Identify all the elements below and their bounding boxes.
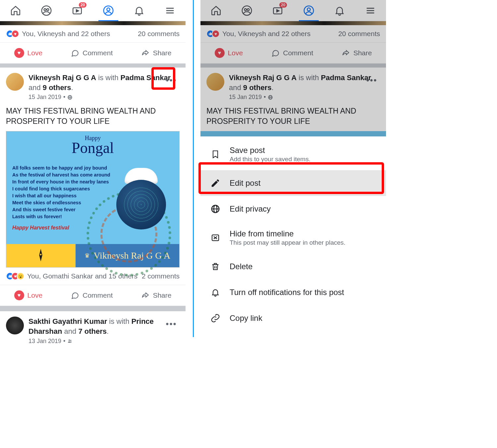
nav-profile[interactable] [93, 0, 124, 21]
svg-point-12 [242, 6, 251, 15]
sheet-hide-sub: This post may still appear in other plac… [230, 239, 346, 246]
post1-image[interactable]: Happy Pongal All folks seem to be happy … [6, 131, 180, 268]
post-gap [0, 306, 186, 311]
comments-count[interactable]: 20 comments [138, 30, 180, 38]
svg-point-13 [245, 9, 247, 11]
comment-label: Comment [83, 49, 113, 57]
watch-badge: 20 [79, 2, 86, 8]
trash-icon [210, 261, 221, 272]
wow-icon: 😮 [17, 272, 25, 280]
share-button[interactable]: Share [141, 49, 171, 57]
nav-watch[interactable]: 20 [62, 0, 93, 21]
pongal-poem: All folks seem to be happy and joy bound… [12, 165, 112, 220]
comments-count[interactable]: 2 comments [142, 272, 180, 280]
home-icon [10, 5, 21, 16]
nav-menu[interactable] [155, 0, 186, 21]
pen-nib-icon [34, 247, 47, 264]
pongal-footer: ♛ Vikneysh Raj G G A [6, 244, 179, 267]
post1-meta: 15 Jan 2019 • [28, 94, 180, 101]
panel-divider [193, 0, 194, 337]
bell-icon [210, 287, 221, 298]
phone-left: 20 ♥ You, Vikneysh and 22 others 20 comm… [0, 0, 186, 448]
sheet-copy-title: Copy link [230, 314, 262, 323]
share-label: Share [153, 49, 171, 57]
reaction-icons: ♥ 😮 [6, 272, 25, 280]
bell-icon [134, 5, 145, 16]
post1-reactions-row[interactable]: ♥ 😮 You, Gomathi Sankar and 15 others 2 … [0, 268, 186, 285]
sheet-delete-title: Delete [230, 262, 252, 271]
heart-icon: ♥ [14, 48, 24, 58]
sheet-hide-timeline[interactable]: Hide from timeline This post may still a… [200, 222, 386, 254]
sheet-copy-link[interactable]: Copy link [200, 305, 386, 331]
sheet-save-sub: Add this to your saved items. [230, 156, 310, 163]
sheet-edit-privacy[interactable]: Edit privacy [200, 196, 386, 222]
reaction-icons: ♥ [6, 30, 19, 38]
post2-menu-button[interactable]: ••• [163, 317, 180, 330]
post2-meta: 13 Jan 2019 • [28, 338, 180, 345]
svg-point-14 [247, 9, 249, 11]
post2-avatar[interactable] [6, 317, 24, 334]
reactions-text: You, Gomathi Sankar and 15 others [27, 272, 138, 280]
reactions-text: You, Vikneysh and 22 others [22, 30, 110, 38]
sheet-delete[interactable]: Delete [200, 254, 386, 279]
post1-avatar[interactable] [6, 73, 24, 91]
crown-icon: ♛ [84, 252, 90, 259]
nav-notifications[interactable] [124, 0, 154, 21]
globe-icon [210, 203, 221, 215]
link-icon [210, 313, 221, 324]
top-nav-dim: 20 [200, 0, 386, 21]
svg-point-9 [40, 254, 42, 256]
sheet-edit-post[interactable]: Edit post [200, 170, 386, 196]
comment-button[interactable]: Comment [71, 291, 113, 300]
love-button[interactable]: ♥ Love [14, 290, 43, 300]
profile-icon [103, 5, 114, 16]
hide-icon [210, 232, 221, 243]
post1-byline[interactable]: Vikneysh Raj G G A is with Padma Sankar … [28, 73, 180, 92]
sheet-privacy-title: Edit privacy [230, 204, 271, 214]
svg-point-5 [107, 8, 110, 11]
post2-byline[interactable]: Sakthi Gayathri Kumar is with Prince Dha… [28, 317, 180, 336]
globe-icon [67, 95, 73, 100]
prev-reactions-row[interactable]: ♥ You, Vikneysh and 22 others 20 comment… [0, 25, 186, 43]
svg-point-10 [69, 340, 70, 341]
post-options-sheet: Save post Add this to your saved items. … [200, 136, 386, 348]
hamburger-icon [365, 5, 376, 16]
svg-point-2 [47, 9, 49, 11]
love-icon: ♥ [11, 30, 19, 38]
comment-button[interactable]: Comment [71, 49, 113, 57]
sheet-save-title: Save post [230, 146, 310, 155]
post1-action-bar: ♥ Love Comment Share [0, 285, 186, 306]
share-icon [141, 291, 149, 300]
share-icon [141, 49, 149, 57]
groups-icon [241, 5, 252, 16]
top-nav: 20 [0, 0, 186, 21]
sheet-noti-title: Turn off notifications for this post [230, 288, 344, 297]
pencil-icon [210, 177, 221, 189]
home-icon [210, 5, 222, 16]
friends-icon [67, 338, 73, 344]
prev-action-bar: ♥ Love Comment Share [0, 43, 186, 64]
share-button[interactable]: Share [141, 291, 171, 300]
sheet-save-post[interactable]: Save post Add this to your saved items. [200, 138, 386, 170]
post1-text: MAY THIS FESTIVAL BRING WEALTH AND PROSP… [0, 104, 186, 131]
svg-point-1 [44, 9, 46, 11]
comment-icon [71, 49, 79, 57]
nav-groups[interactable] [31, 0, 62, 21]
love-label: Love [28, 49, 43, 57]
sheet-edit-title: Edit post [230, 178, 260, 188]
sheet-turn-off-notifications[interactable]: Turn off notifications for this post [200, 279, 386, 305]
comment-icon [71, 291, 79, 300]
profile-icon [303, 5, 314, 16]
post1-menu-button[interactable]: ••• [163, 74, 180, 87]
love-button[interactable]: ♥ Love [14, 48, 43, 58]
post-gap [0, 64, 186, 68]
prev-media-strip [0, 21, 186, 25]
post1-author: Vikneysh Raj G G A [28, 74, 96, 82]
bookmark-icon [210, 149, 221, 160]
post1-date: 15 Jan 2019 [28, 94, 61, 101]
nav-home[interactable] [0, 0, 31, 21]
sheet-hide-title: Hide from timeline [230, 229, 346, 238]
svg-point-11 [70, 340, 71, 341]
svg-point-0 [42, 6, 51, 15]
pongal-pot [113, 168, 169, 231]
